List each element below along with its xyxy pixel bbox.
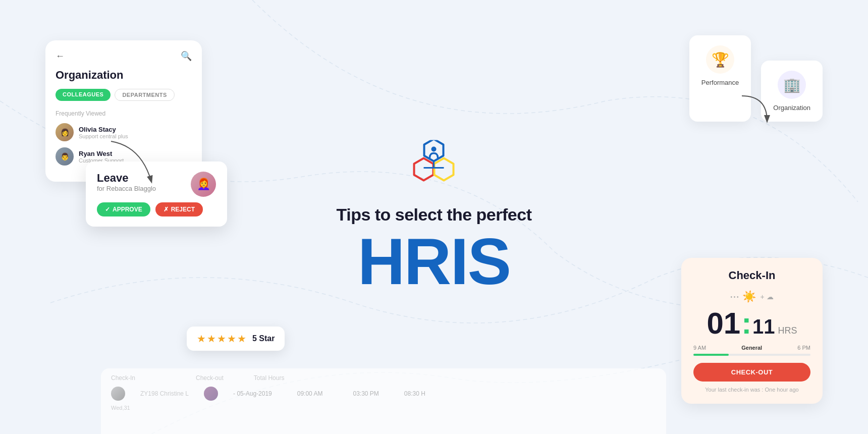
col-header-checkout: Check-out	[196, 374, 224, 382]
logo-container	[337, 140, 532, 196]
weather-decoration: • • • ☀️ + ☁	[693, 290, 810, 303]
org-icon-label: Organization	[773, 104, 810, 112]
leave-avatar: 👩‍🦰	[191, 172, 216, 197]
row-checkin: 09:00 AM	[297, 390, 323, 397]
leave-for-label: for Rebacca Blagglo	[97, 185, 156, 192]
time-end-label: 6 PM	[797, 345, 810, 351]
dots-icon: • • •	[730, 294, 738, 300]
table-row: ZY198 Christine L - 05-Aug-2019 09:00 AM…	[111, 387, 656, 401]
svg-marker-2	[435, 158, 454, 181]
avatar: 👩	[56, 123, 74, 141]
colleagues-tab[interactable]: COLLEAGUES	[56, 89, 111, 101]
organization-icon-card[interactable]: 🏢 Organization	[761, 61, 823, 122]
trophy-icon: 🏆	[712, 51, 729, 68]
row-date: - 05-Aug-2019	[233, 390, 272, 397]
leave-title: Leave	[97, 172, 156, 185]
person-role: Support central plus	[79, 133, 128, 139]
trophy-icon-bg: 🏆	[706, 45, 734, 74]
time-start-label: 9 AM	[693, 345, 706, 351]
checkin-card: Check-In • • • ☀️ + ☁ 01 : 11 HRS 9 AM G…	[681, 258, 823, 404]
back-button[interactable]: ←	[56, 51, 65, 62]
freq-label: Frequently Viewed	[56, 110, 192, 117]
last-checkin-text: Your last check-in was : One hour ago	[693, 387, 810, 393]
row-avatar	[111, 387, 125, 401]
checkout-button[interactable]: CHECK-OUT	[693, 363, 810, 382]
row-total: 08:30 H	[404, 390, 425, 397]
org-icon-bg: 🏢	[778, 71, 806, 99]
person-name: Ryan West	[79, 150, 124, 157]
checkmark-icon: ✓	[105, 206, 110, 213]
checkin-title: Check-In	[693, 269, 810, 282]
org-title: Organization	[56, 69, 192, 82]
svg-point-3	[431, 147, 437, 152]
performance-label: Performance	[701, 79, 739, 86]
list-item: 👩 Olivia Stacy Support central plus	[56, 123, 192, 141]
svg-marker-1	[414, 158, 433, 181]
star-icons: ★★★★★	[197, 333, 247, 345]
leave-card: Leave for Rebacca Blagglo 👩‍🦰 ✓ APPROVE …	[86, 161, 227, 227]
approve-button[interactable]: ✓ APPROVE	[97, 202, 150, 216]
hris-logo	[406, 140, 462, 196]
col-header-total: Total Hours	[254, 374, 285, 382]
avatar: 👨	[56, 147, 74, 166]
row-avatar-2	[204, 387, 218, 401]
time-minutes: 11	[752, 316, 775, 337]
time-bar-fill	[693, 354, 729, 356]
star-rating-card: ★★★★★ 5 Star	[187, 327, 285, 351]
center-hero: Tips to select the perfect HRIS	[337, 140, 532, 294]
building-icon: 🏢	[783, 77, 801, 93]
hris-headline: HRIS	[337, 229, 532, 294]
time-hours: 01	[707, 308, 740, 339]
row-id: ZY198 Christine L	[140, 390, 189, 397]
row-checkout: 03:30 PM	[353, 390, 378, 397]
row-day: Wed,31	[111, 405, 656, 411]
time-display: 01 : 11 HRS	[693, 308, 810, 339]
top-right-section: 🏆 Performance 🏢 Organization	[689, 35, 823, 122]
avatar-img: 👨	[56, 147, 74, 166]
time-shift-label: General	[741, 345, 762, 351]
table-header: Check-In Check-out Total Hours	[111, 374, 656, 382]
star-label: 5 Star	[252, 334, 275, 343]
search-button[interactable]: 🔍	[181, 50, 192, 62]
cross-icon: ✗	[164, 206, 169, 213]
time-unit: HRS	[778, 326, 797, 336]
reject-button[interactable]: ✗ REJECT	[155, 202, 203, 216]
organization-card: ← 🔍 Organization COLLEAGUES DEPARTMENTS …	[45, 40, 202, 182]
col-header-checkin: Check-In	[111, 374, 135, 382]
attendance-table: Check-In Check-out Total Hours ZY198 Chr…	[101, 368, 666, 434]
person-name: Olivia Stacy	[79, 126, 128, 133]
tagline-text: Tips to select the perfect	[337, 205, 532, 225]
performance-card[interactable]: 🏆 Performance	[689, 35, 751, 122]
departments-tab[interactable]: DEPARTMENTS	[115, 89, 174, 101]
avatar-img: 👩	[56, 123, 74, 141]
time-progress-bar	[693, 354, 810, 356]
time-bar-labels: 9 AM General 6 PM	[693, 345, 810, 351]
cloud-icon: + ☁	[760, 293, 773, 301]
time-colon: :	[741, 308, 751, 339]
sun-icon: ☀️	[742, 290, 756, 303]
